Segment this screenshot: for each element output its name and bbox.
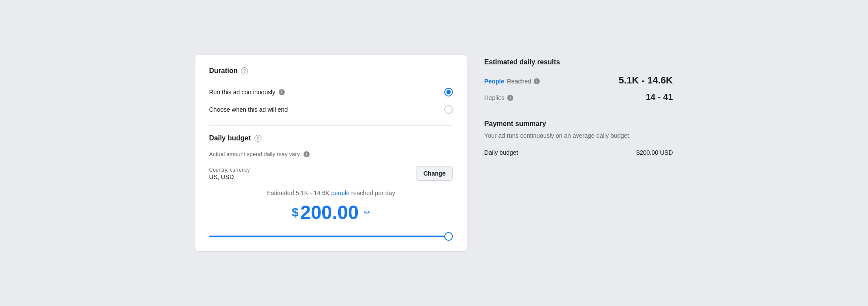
left-card: Duration ? Run this ad continuously i Ch… bbox=[195, 55, 467, 251]
run-continuously-radio[interactable] bbox=[444, 88, 453, 96]
country-row: Country, currency US, USD Change bbox=[209, 166, 453, 181]
choose-end-label: Choose when this ad will end bbox=[209, 106, 288, 113]
people-reached-label: People Reached i bbox=[484, 78, 540, 85]
budget-amount: 200.00 bbox=[300, 202, 359, 223]
country-info: Country, currency US, USD bbox=[209, 166, 250, 181]
page-container: Duration ? Run this ad continuously i Ch… bbox=[195, 55, 673, 251]
daily-budget-help-icon[interactable]: ? bbox=[254, 135, 261, 142]
duration-section-title: Duration ? bbox=[209, 67, 453, 75]
replies-info-icon[interactable]: i bbox=[507, 95, 513, 101]
daily-budget-subtitle: Actual amount spend daily may vary. i bbox=[209, 151, 453, 157]
payment-summary-title: Payment summary bbox=[484, 120, 673, 128]
daily-budget-title: Daily budget ? bbox=[209, 134, 453, 142]
edit-budget-icon[interactable]: ✏ bbox=[364, 208, 370, 217]
duration-help-icon[interactable]: ? bbox=[241, 67, 248, 74]
replies-label: Replies i bbox=[484, 94, 513, 101]
daily-budget-payment-row: Daily budget $200.00 USD bbox=[484, 149, 673, 156]
daily-budget-payment-label: Daily budget bbox=[484, 149, 518, 156]
people-reached-value: 5.1K - 14.6K bbox=[619, 75, 673, 86]
right-panel: Estimated daily results People Reached i… bbox=[484, 55, 673, 177]
people-highlight: People bbox=[484, 78, 504, 85]
country-label: Country, currency bbox=[209, 166, 250, 174]
change-button[interactable]: Change bbox=[416, 166, 453, 181]
budget-display: $ 200.00 ✏ bbox=[209, 202, 453, 223]
daily-budget-payment-value: $200.00 USD bbox=[636, 149, 673, 156]
daily-budget-section: Daily budget ? Actual amount spend daily… bbox=[209, 134, 453, 239]
estimated-people-highlight: people bbox=[331, 190, 350, 196]
budget-dollar-sign: $ bbox=[292, 206, 299, 219]
slider-thumb[interactable] bbox=[444, 232, 453, 241]
estimated-reach-text: Estimated 5.1K - 14.6K people reached pe… bbox=[209, 190, 453, 196]
slider-track bbox=[209, 236, 453, 237]
run-continuously-label: Run this ad continuously i bbox=[209, 89, 285, 96]
country-value: US, USD bbox=[209, 173, 250, 180]
people-reached-row: People Reached i 5.1K - 14.6K bbox=[484, 75, 673, 86]
people-reached-info-icon[interactable]: i bbox=[534, 78, 540, 84]
replies-value: 14 - 41 bbox=[646, 92, 673, 102]
budget-slider[interactable] bbox=[209, 234, 453, 239]
duration-title: Duration bbox=[209, 67, 238, 75]
daily-budget-info-icon[interactable]: i bbox=[304, 151, 310, 157]
replies-row: Replies i 14 - 41 bbox=[484, 92, 673, 102]
choose-end-option[interactable]: Choose when this ad will end bbox=[209, 101, 453, 118]
choose-end-radio[interactable] bbox=[444, 105, 453, 114]
results-title: Estimated daily results bbox=[484, 58, 673, 66]
duration-divider bbox=[209, 125, 453, 126]
run-continuously-option[interactable]: Run this ad continuously i bbox=[209, 83, 453, 101]
run-continuously-info-icon[interactable]: i bbox=[279, 89, 285, 95]
payment-description: Your ad runs continuously on an average … bbox=[484, 131, 673, 140]
results-divider bbox=[484, 111, 673, 111]
payment-divider bbox=[484, 165, 673, 165]
